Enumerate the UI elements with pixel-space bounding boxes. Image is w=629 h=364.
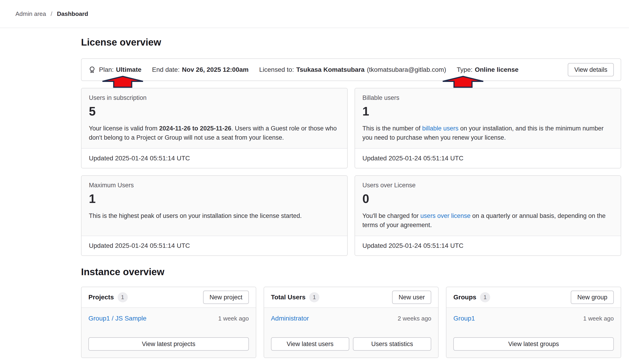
license-overview-title: License overview (81, 36, 621, 48)
licensed-to-email: (tkomatsubara@gitlab.com) (367, 66, 446, 73)
groups-actions: View latest groups (453, 337, 614, 351)
end-date-label: End date: (152, 66, 179, 73)
license-medal-icon (88, 66, 96, 73)
license-type-value: Online license (475, 66, 518, 73)
groups-title: Groups (453, 294, 476, 301)
card-title: Maximum Users (89, 182, 340, 189)
billable-users-link[interactable]: billable users (422, 125, 459, 132)
card-description: Your license is valid from 2024-11-26 to… (89, 124, 340, 142)
card-updated: Updated 2025-01-24 05:51:14 UTC (82, 236, 347, 255)
red-arrow-type-icon (442, 76, 484, 88)
billable-users-card: Billable users 1 This is the number of b… (354, 88, 621, 168)
total-users-actions: View latest users Users statistics (271, 337, 432, 351)
groups-card: Groups 1 New group Group1 1 week ago Vie… (446, 287, 621, 358)
total-users-card-header: Total Users 1 New user (264, 287, 438, 308)
card-title: Users in subscription (89, 94, 340, 102)
view-latest-groups-button[interactable]: View latest groups (453, 337, 614, 351)
plan-value: Ultimate (116, 66, 141, 73)
project-list-item: Group1 / JS Sample 1 week ago (88, 315, 249, 322)
total-users-title: Total Users (271, 294, 306, 301)
total-users-heading: Total Users 1 (271, 292, 319, 302)
card-value: 1 (362, 104, 613, 118)
groups-card-body: Group1 1 week ago View latest groups (447, 308, 621, 358)
view-latest-users-button[interactable]: View latest users (271, 337, 349, 351)
group-list-item: Group1 1 week ago (453, 315, 614, 322)
card-description: This is the number of billable users on … (362, 124, 613, 142)
total-users-card-body: Administrator 2 weeks ago View latest us… (264, 308, 438, 358)
license-type-segment: Type: Online license (457, 66, 518, 73)
license-summary-bar: Plan: Ultimate End date: Nov 26, 2025 12… (81, 58, 621, 81)
card-value: 0 (362, 192, 613, 206)
updated-text: Updated 2025-01-24 05:51:14 UTC (362, 242, 464, 249)
users-over-license-link[interactable]: users over license (420, 212, 471, 219)
updated-text: Updated 2025-01-24 05:51:14 UTC (89, 155, 190, 162)
end-date-segment: End date: Nov 26, 2025 12:00am (152, 66, 248, 73)
desc-text: Your license is valid from (89, 125, 159, 132)
new-user-button[interactable]: New user (392, 291, 431, 304)
card-title: Users over License (362, 182, 613, 189)
projects-count-badge: 1 (118, 292, 128, 302)
administrator-link[interactable]: Administrator (271, 315, 309, 322)
desc-strong: 2024-11-26 to 2025-11-26 (159, 125, 231, 132)
updated-text: Updated 2025-01-24 05:51:14 UTC (362, 155, 464, 162)
licensed-to-segment: Licensed to: Tsukasa Komatsubara (tkomat… (259, 66, 446, 73)
plan-segment: Plan: Ultimate (88, 66, 141, 73)
project-link[interactable]: Group1 / JS Sample (88, 315, 147, 322)
red-arrow-plan-icon (102, 76, 144, 88)
licensed-to-label: Licensed to: (259, 66, 294, 73)
group-link[interactable]: Group1 (453, 315, 475, 322)
view-latest-projects-button[interactable]: View latest projects (88, 337, 249, 351)
card-updated: Updated 2025-01-24 05:51:14 UTC (355, 148, 621, 168)
breadcrumb-separator: / (51, 10, 52, 17)
card-value: 1 (89, 192, 340, 206)
billable-users-body: Billable users 1 This is the number of b… (355, 88, 621, 148)
breadcrumb-admin-area[interactable]: Admin area (15, 10, 46, 17)
card-title: Billable users (362, 94, 613, 102)
breadcrumb: Admin area / Dashboard (0, 0, 629, 28)
end-date-value: Nov 26, 2025 12:00am (182, 66, 249, 73)
projects-card: Projects 1 New project Group1 / JS Sampl… (81, 287, 256, 358)
maximum-users-card: Maximum Users 1 This is the highest peak… (81, 175, 348, 256)
desc-text: This is the highest peak of users on you… (89, 212, 302, 219)
user-time: 2 weeks ago (398, 315, 431, 322)
users-over-license-card: Users over License 0 You'll be charged f… (354, 175, 621, 256)
groups-heading: Groups 1 (453, 292, 490, 302)
user-list-item: Administrator 2 weeks ago (271, 315, 432, 322)
new-project-button[interactable]: New project (203, 291, 249, 304)
group-time: 1 week ago (583, 315, 614, 322)
license-stat-grid: Users in subscription 5 Your license is … (81, 88, 621, 256)
users-over-license-body: Users over License 0 You'll be charged f… (355, 176, 621, 236)
card-description: You'll be charged for users over license… (362, 211, 613, 230)
breadcrumb-current: Dashboard (57, 10, 88, 17)
users-statistics-button[interactable]: Users statistics (353, 337, 431, 351)
groups-count-badge: 1 (480, 292, 490, 302)
total-users-card: Total Users 1 New user Administrator 2 w… (264, 287, 439, 358)
plan-label: Plan: (99, 66, 114, 73)
projects-title: Projects (88, 294, 114, 301)
projects-actions: View latest projects (88, 337, 249, 351)
desc-text: This is the number of (362, 125, 422, 132)
new-group-button[interactable]: New group (571, 291, 614, 304)
licensed-to-name: Tsukasa Komatsubara (296, 66, 365, 73)
users-in-subscription-body: Users in subscription 5 Your license is … (82, 88, 347, 148)
license-type-label: Type: (457, 66, 472, 73)
projects-card-body: Group1 / JS Sample 1 week ago View lates… (82, 308, 256, 358)
projects-heading: Projects 1 (88, 292, 128, 302)
card-updated: Updated 2025-01-24 05:51:14 UTC (355, 236, 621, 255)
projects-card-header: Projects 1 New project (82, 287, 256, 308)
view-details-button[interactable]: View details (568, 63, 614, 76)
main-content: License overview Plan: Ultimate End date… (81, 36, 621, 358)
card-description: This is the highest peak of users on you… (89, 211, 340, 221)
groups-card-header: Groups 1 New group (447, 287, 621, 308)
instance-grid: Projects 1 New project Group1 / JS Sampl… (81, 287, 621, 358)
maximum-users-body: Maximum Users 1 This is the highest peak… (82, 176, 347, 236)
desc-text: You'll be charged for (362, 212, 420, 219)
total-users-count-badge: 1 (309, 292, 319, 302)
card-value: 5 (89, 104, 340, 118)
project-time: 1 week ago (218, 315, 249, 322)
instance-overview-title: Instance overview (81, 266, 621, 278)
card-updated: Updated 2025-01-24 05:51:14 UTC (82, 148, 347, 168)
users-in-subscription-card: Users in subscription 5 Your license is … (81, 88, 348, 168)
updated-text: Updated 2025-01-24 05:51:14 UTC (89, 242, 190, 249)
